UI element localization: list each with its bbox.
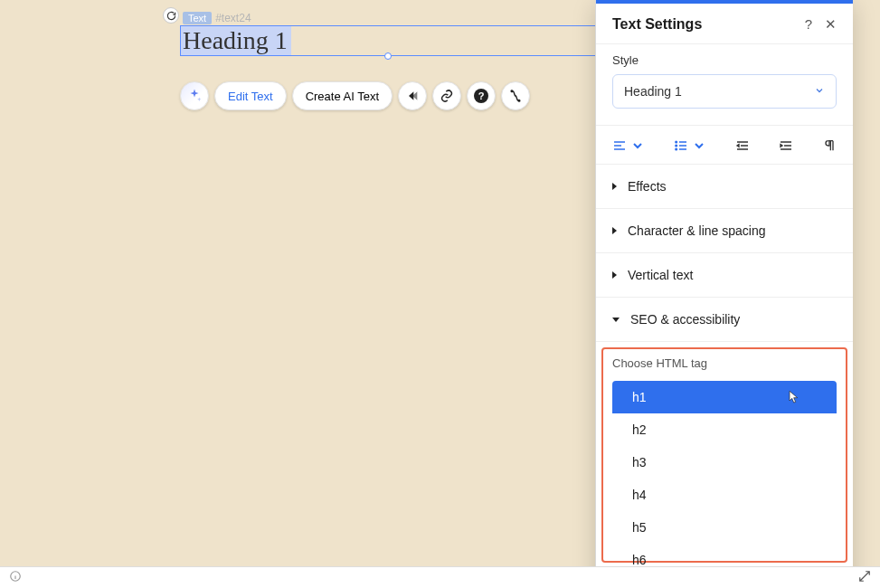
resize-handle-bottom-center[interactable] [384, 52, 392, 60]
more-icon[interactable] [501, 81, 530, 110]
tag-option-h3[interactable]: h3 [612, 446, 837, 479]
info-icon[interactable] [9, 570, 22, 586]
tag-option-h2[interactable]: h2 [612, 413, 837, 446]
status-bar [0, 566, 880, 588]
svg-point-0 [511, 90, 513, 92]
triangle-right-icon [612, 271, 617, 279]
panel-close-icon[interactable]: ✕ [825, 16, 837, 33]
triangle-down-icon [612, 318, 620, 322]
link-icon[interactable] [432, 81, 461, 110]
tag-option-h4[interactable]: h4 [612, 479, 837, 511]
html-tag-dropdown[interactable]: h1 h2 h3 h4 h5 h6 [612, 381, 837, 576]
choose-html-tag-label: Choose HTML tag [612, 356, 837, 370]
accordion-vertical[interactable]: Vertical text [596, 253, 853, 298]
accordion-char-line[interactable]: Character & line spacing [596, 209, 853, 253]
animation-icon[interactable] [398, 81, 427, 110]
svg-point-3 [676, 145, 677, 147]
outdent-button[interactable] [735, 138, 750, 153]
help-icon[interactable]: ? [467, 81, 496, 110]
accordion-seo[interactable]: SEO & accessibility [596, 298, 853, 342]
style-section: Style Heading 1 [596, 44, 853, 126]
tag-option-h1[interactable]: h1 [612, 381, 837, 413]
refresh-icon[interactable] [163, 7, 179, 24]
cursor-icon [786, 389, 800, 408]
editor-canvas: Text #text24 Heading 1 Edit Text Create … [0, 0, 880, 588]
style-select[interactable]: Heading 1 [612, 74, 837, 109]
text-settings-panel: Text Settings ? ✕ Style Heading 1 [595, 0, 853, 588]
triangle-right-icon [612, 183, 617, 190]
panel-header: Text Settings ? ✕ [596, 4, 853, 44]
align-button[interactable] [612, 138, 645, 153]
style-select-value: Heading 1 [624, 84, 682, 99]
panel-help-icon[interactable]: ? [805, 16, 812, 33]
triangle-right-icon [612, 227, 617, 234]
floating-toolbar: Edit Text Create AI Text ? [180, 81, 530, 110]
accordion-vertical-label: Vertical text [628, 268, 693, 282]
accordion-effects-label: Effects [628, 179, 667, 194]
accordion-char-line-label: Character & line spacing [628, 223, 766, 238]
accordion-seo-label: SEO & accessibility [630, 312, 740, 327]
svg-point-1 [518, 100, 520, 102]
chevron-down-icon [814, 84, 825, 99]
style-label: Style [612, 53, 837, 67]
panel-title: Text Settings [612, 16, 702, 33]
indent-button[interactable] [779, 138, 793, 153]
element-id-badge: #text24 [215, 12, 251, 24]
list-button[interactable] [674, 138, 706, 153]
accordion-effects[interactable]: Effects [596, 165, 853, 209]
text-direction-button[interactable] [822, 138, 837, 153]
selected-text-element[interactable]: Heading 1 [180, 25, 596, 56]
seo-body: Choose HTML tag h1 h2 h3 h4 h5 h6 [596, 342, 853, 576]
element-type-badge: Text [183, 12, 212, 24]
svg-point-2 [676, 141, 677, 143]
format-row [596, 126, 853, 165]
element-badges: Text #text24 [183, 12, 251, 24]
edit-text-button[interactable]: Edit Text [214, 81, 287, 110]
ai-sparkle-button[interactable] [180, 81, 209, 110]
expand-icon[interactable] [858, 570, 871, 586]
heading-text[interactable]: Heading 1 [181, 26, 291, 55]
create-ai-text-button[interactable]: Create AI Text [292, 81, 393, 110]
svg-point-4 [676, 148, 677, 150]
tag-option-h5[interactable]: h5 [612, 511, 837, 544]
